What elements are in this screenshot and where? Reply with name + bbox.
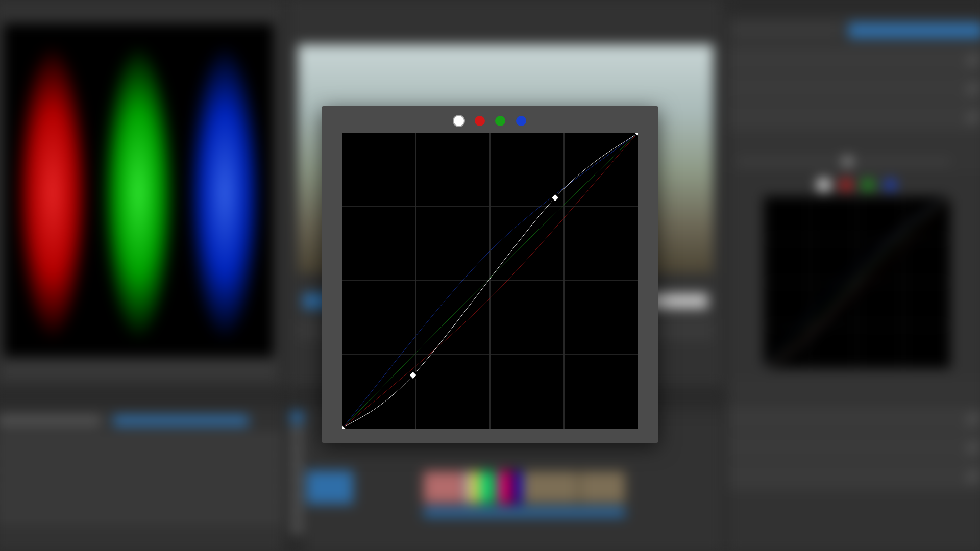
mini-curves-canvas xyxy=(764,196,950,368)
swatch-red-mini xyxy=(840,179,851,190)
clip-audio xyxy=(423,507,626,517)
section-curves xyxy=(727,102,980,131)
clip xyxy=(423,471,464,504)
section-basic-correction xyxy=(727,44,980,73)
tool-icon xyxy=(290,442,303,455)
swatch-blue-mini xyxy=(885,179,896,190)
checkmark-icon xyxy=(968,83,977,92)
subsection-hue-sat-curves xyxy=(727,378,980,398)
tool-icon xyxy=(290,489,303,502)
effect-controls-tabs xyxy=(0,390,284,408)
tool-icon xyxy=(290,427,303,439)
list-item xyxy=(0,463,284,478)
curves-canvas[interactable] xyxy=(342,133,638,429)
tool-column xyxy=(287,408,306,551)
list-item xyxy=(0,494,284,509)
swatch-blue[interactable] xyxy=(516,116,526,126)
slider-thumb xyxy=(844,158,851,165)
swatch-green-mini xyxy=(863,179,874,190)
tool-icon xyxy=(290,505,303,517)
clip-bars xyxy=(464,471,522,504)
track-header-v1 xyxy=(306,471,353,504)
effect-controls-panel xyxy=(0,390,284,551)
tool-icon xyxy=(290,411,303,423)
parade-blue xyxy=(187,44,263,341)
scopes-panel xyxy=(0,0,284,387)
clip xyxy=(579,471,626,504)
section-vignette xyxy=(727,461,980,490)
hdr-range-row xyxy=(727,151,980,172)
list-item xyxy=(0,510,284,525)
scope-parade xyxy=(4,23,273,357)
subsection-rgb-curves xyxy=(727,130,980,151)
channel-swatches xyxy=(322,113,658,129)
chip xyxy=(0,415,102,425)
section-hsl-secondary xyxy=(727,432,980,461)
list-item xyxy=(0,448,284,463)
list-item xyxy=(0,479,284,494)
clip xyxy=(522,471,579,504)
curves-svg[interactable] xyxy=(342,133,638,429)
mini-channel-swatches xyxy=(727,174,980,195)
tool-icon xyxy=(290,458,303,470)
master-clip-chip xyxy=(730,22,840,38)
checkmark-icon xyxy=(968,55,977,64)
parade-red xyxy=(14,44,90,341)
swatch-green[interactable] xyxy=(495,116,505,126)
scopes-footer xyxy=(4,365,273,377)
hdr-range-slider xyxy=(738,161,950,163)
section-creative xyxy=(727,73,980,102)
swatch-red[interactable] xyxy=(475,116,485,126)
chip-highlight xyxy=(113,415,249,425)
section-color-wheels xyxy=(727,404,980,433)
tool-icon xyxy=(290,474,303,486)
tool-icon xyxy=(290,520,303,533)
checkmark-icon xyxy=(968,442,977,451)
mini-curves-svg xyxy=(764,196,950,368)
swatch-luma[interactable] xyxy=(454,116,464,126)
swatch-luma-mini xyxy=(818,179,829,190)
sequence-clip-chip xyxy=(848,22,980,38)
checkmark-icon xyxy=(968,112,977,121)
parade-green xyxy=(101,44,177,341)
lumetri-title-bar xyxy=(727,0,980,15)
effect-controls-header xyxy=(0,413,284,428)
list-item xyxy=(0,432,284,447)
checkmark-icon xyxy=(968,471,977,480)
rgb-curves-modal xyxy=(322,106,658,443)
checkmark-icon xyxy=(968,413,977,422)
lumetri-panel xyxy=(727,0,980,551)
